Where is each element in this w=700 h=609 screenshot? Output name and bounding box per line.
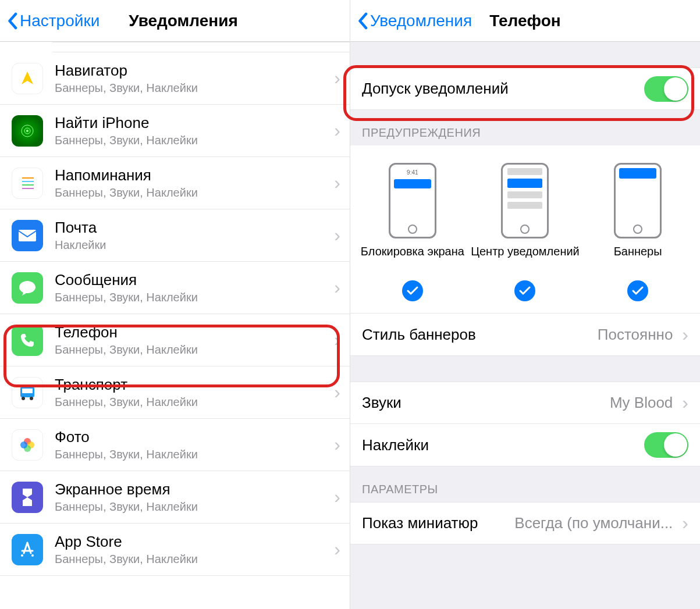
lock-screen-mock: 9:41 xyxy=(389,163,436,238)
chevron-right-icon: › xyxy=(334,172,340,194)
chevron-right-icon: › xyxy=(682,392,688,414)
notification-center-mock xyxy=(501,163,549,238)
app-name: Почта xyxy=(55,219,329,237)
notifications-list-screen: Настройки Уведомления НавигаторБаннеры, … xyxy=(0,0,350,609)
chevron-right-icon: › xyxy=(334,277,340,298)
sounds-cell[interactable]: Звуки My Blood › xyxy=(350,382,700,424)
row-text: НавигаторБаннеры, Звуки, Наклейки xyxy=(55,62,329,94)
app-sub: Баннеры, Звуки, Наклейки xyxy=(55,448,329,461)
svg-point-15 xyxy=(20,441,27,448)
svg-rect-9 xyxy=(22,389,33,393)
app-row-reminders[interactable]: НапоминанияБаннеры, Звуки, Наклейки› xyxy=(0,157,350,209)
preview-cell[interactable]: Показ миниатюр Всегда (по умолчани... › xyxy=(350,502,700,544)
badges-toggle[interactable] xyxy=(644,432,688,458)
alert-label: Баннеры xyxy=(614,244,662,273)
app-row-phone[interactable]: ТелефонБаннеры, Звуки, Наклейки› xyxy=(0,314,350,366)
banner-style-cell[interactable]: Стиль баннеров Постоянно › xyxy=(350,314,700,356)
chevron-left-icon xyxy=(7,12,17,30)
row-text: ПочтаНаклейки xyxy=(55,219,329,251)
svg-point-10 xyxy=(22,397,25,400)
app-sub: Баннеры, Звуки, Наклейки xyxy=(55,81,329,95)
app-row-screen-time[interactable]: Экранное времяБаннеры, Звуки, Наклейки› xyxy=(0,471,350,523)
check-icon[interactable] xyxy=(627,280,648,301)
app-row-photos[interactable]: ФотоБаннеры, Звуки, Наклейки› xyxy=(0,419,350,471)
back-label: Уведомления xyxy=(370,12,472,30)
banner-mock xyxy=(614,163,662,238)
row-text: ФотоБаннеры, Звуки, Наклейки xyxy=(55,428,329,461)
app-sub: Баннеры, Звуки, Наклейки xyxy=(55,343,329,357)
svg-point-16 xyxy=(21,554,23,557)
app-name: Напоминания xyxy=(55,166,329,184)
phone-icon xyxy=(12,325,43,356)
alerts-panel: 9:41Блокировка экранаЦентр уведомленийБа… xyxy=(350,145,700,314)
app-row-transport[interactable]: ТранспортБаннеры, Звуки, Наклейки› xyxy=(0,366,350,419)
mail-icon xyxy=(12,220,43,251)
app-list: НавигаторБаннеры, Звуки, Наклейки›Найти … xyxy=(0,42,350,576)
chevron-right-icon: › xyxy=(334,67,340,89)
transport-icon xyxy=(12,377,43,408)
check-icon[interactable] xyxy=(402,280,423,301)
badges-label: Наклейки xyxy=(362,436,644,454)
alert-label: Блокировка экрана xyxy=(361,244,464,273)
row-text: СообщенияБаннеры, Звуки, Наклейки xyxy=(55,271,329,304)
app-name: Фото xyxy=(55,428,329,446)
alert-label: Центр уведомлений xyxy=(471,244,580,273)
app-row-find-iphone[interactable]: Найти iPhoneБаннеры, Звуки, Наклейки› xyxy=(0,105,350,157)
photos-icon xyxy=(12,429,43,461)
app-sub: Баннеры, Звуки, Наклейки xyxy=(55,396,329,409)
preview-label: Показ миниатюр xyxy=(362,514,514,532)
app-sub: Наклейки xyxy=(55,238,329,252)
alert-type-1[interactable]: Центр уведомлений xyxy=(470,163,580,301)
params-section-header: ПАРАМЕТРЫ xyxy=(350,466,700,502)
app-name: Экранное время xyxy=(55,480,329,498)
svg-point-2 xyxy=(26,130,29,132)
chevron-right-icon: › xyxy=(334,539,340,560)
app-row-messages[interactable]: СообщенияБаннеры, Звуки, Наклейки› xyxy=(0,262,350,314)
partial-row xyxy=(52,42,350,52)
chevron-right-icon: › xyxy=(334,382,340,403)
chevron-right-icon: › xyxy=(682,512,688,534)
allow-label: Допуск уведомлений xyxy=(362,80,644,98)
badges-cell[interactable]: Наклейки xyxy=(350,424,700,466)
row-text: App StoreБаннеры, Звуки, Наклейки xyxy=(55,533,329,565)
app-sub: Баннеры, Звуки, Наклейки xyxy=(55,186,329,200)
app-row-mail[interactable]: ПочтаНаклейки› xyxy=(0,209,350,262)
alert-type-0[interactable]: 9:41Блокировка экрана xyxy=(357,163,468,301)
preview-value: Всегда (по умолчани... xyxy=(514,514,673,532)
phone-notifications-screen: Уведомления Телефон Допуск уведомлений П… xyxy=(350,0,700,609)
app-row-navigator[interactable]: НавигаторБаннеры, Звуки, Наклейки› xyxy=(0,52,350,105)
reminders-icon xyxy=(12,168,43,199)
chevron-right-icon: › xyxy=(334,329,340,351)
screen-time-icon xyxy=(12,482,43,513)
row-text: Найти iPhoneБаннеры, Звуки, Наклейки xyxy=(55,114,329,147)
navbar-right: Уведомления Телефон xyxy=(350,0,700,42)
page-title: Уведомления xyxy=(129,12,237,30)
check-icon[interactable] xyxy=(514,280,535,301)
alerts-section-header: ПРЕДУПРЕЖДЕНИЯ xyxy=(350,110,700,145)
app-name: App Store xyxy=(55,533,329,551)
back-button-notifications[interactable]: Уведомления xyxy=(357,12,472,30)
banner-style-label: Стиль баннеров xyxy=(362,326,598,344)
app-name: Сообщения xyxy=(55,271,329,289)
chevron-right-icon: › xyxy=(334,486,340,508)
app-store-icon xyxy=(12,534,43,565)
allow-notifications-cell[interactable]: Допуск уведомлений xyxy=(350,67,700,110)
sounds-label: Звуки xyxy=(362,394,610,412)
app-name: Найти iPhone xyxy=(55,114,329,132)
chevron-right-icon: › xyxy=(334,434,340,455)
app-row-app-store[interactable]: App StoreБаннеры, Звуки, Наклейки› xyxy=(0,523,350,576)
svg-point-11 xyxy=(30,397,33,400)
chevron-right-icon: › xyxy=(682,324,688,346)
find-iphone-icon xyxy=(12,115,43,147)
back-label: Настройки xyxy=(20,12,100,30)
navbar-left: Настройки Уведомления xyxy=(0,0,350,42)
messages-icon xyxy=(12,272,43,304)
alert-type-2[interactable]: Баннеры xyxy=(582,163,693,301)
chevron-left-icon xyxy=(357,12,368,30)
app-name: Транспорт xyxy=(55,376,329,394)
app-sub: Баннеры, Звуки, Наклейки xyxy=(55,500,329,514)
back-button-settings[interactable]: Настройки xyxy=(7,12,100,30)
allow-toggle[interactable] xyxy=(644,76,688,102)
row-text: ТранспортБаннеры, Звуки, Наклейки xyxy=(55,376,329,408)
navigator-icon xyxy=(12,63,43,94)
